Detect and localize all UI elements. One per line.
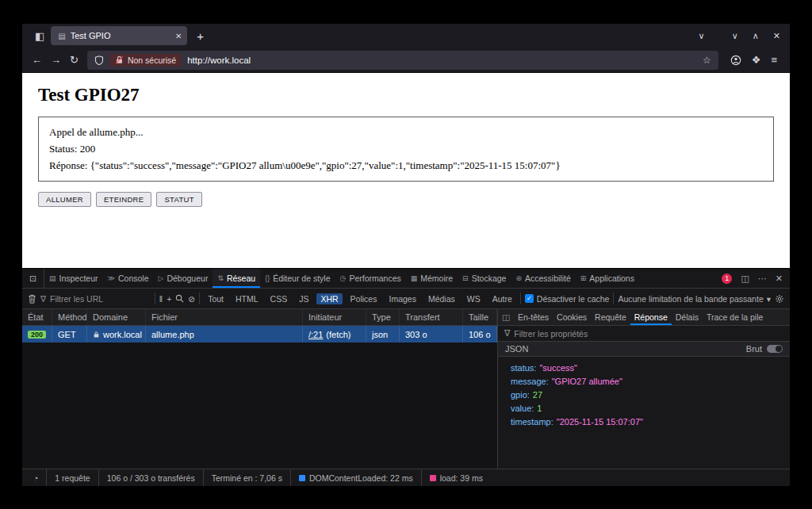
request-initiator-link[interactable]: /:21 xyxy=(308,330,323,339)
tab-memory[interactable]: ▦Mémoire xyxy=(406,269,458,288)
tab-network[interactable]: ⇅Réseau xyxy=(213,269,260,288)
request-row[interactable]: 200 GET work.local allume.php /:21 (fetc… xyxy=(22,326,497,343)
shield-icon[interactable] xyxy=(94,55,104,65)
tab-timings[interactable]: Délais xyxy=(672,309,703,325)
search-icon[interactable] xyxy=(175,294,184,303)
column-transferred[interactable]: Transfert xyxy=(400,309,463,325)
dom-content-loaded-stat[interactable]: DOMContentLoaded: 22 ms xyxy=(290,469,421,486)
column-method[interactable]: Méthode xyxy=(52,309,87,325)
disable-cache-checkbox[interactable]: ✓ Désactiver le cache xyxy=(525,294,610,304)
tab-request[interactable]: Requête xyxy=(591,309,630,325)
performance-icon: ◷ xyxy=(340,274,347,282)
list-all-tabs-icon[interactable]: ∨ xyxy=(699,31,705,41)
clear-requests-icon[interactable] xyxy=(28,294,36,304)
reload-button[interactable]: ↻ xyxy=(70,54,79,66)
pause-requests-icon[interactable]: ‖ xyxy=(159,294,163,304)
json-properties: status:"success" message:"GPIO27 allumée… xyxy=(498,357,790,469)
filter-all[interactable]: Tout xyxy=(204,293,228,304)
window-maximize-icon[interactable]: ∧ xyxy=(753,31,759,41)
filter-media[interactable]: Médias xyxy=(424,293,459,304)
tab-applications[interactable]: ⊞Applications xyxy=(576,269,639,288)
json-property[interactable]: status:"success" xyxy=(498,362,790,375)
filter-xhr[interactable]: XHR xyxy=(316,293,342,304)
network-icon: ⇅ xyxy=(217,274,224,282)
firefox-view-icon[interactable]: ◧ xyxy=(35,30,44,42)
back-button[interactable]: ← xyxy=(32,54,42,66)
devtools-menu-icon[interactable]: ⋯ xyxy=(758,274,767,284)
properties-filter[interactable]: ∇ xyxy=(498,326,790,342)
filter-ws[interactable]: WS xyxy=(463,293,485,304)
network-settings-gear-icon[interactable] xyxy=(775,294,784,304)
url-text[interactable]: http://work.local xyxy=(187,55,251,65)
request-type: json xyxy=(366,326,400,343)
pick-element-icon[interactable]: ⊡ xyxy=(22,269,44,288)
filter-html[interactable]: HTML xyxy=(232,293,262,304)
column-file[interactable]: Fichier xyxy=(146,309,303,325)
window-minimize-icon[interactable]: ∨ xyxy=(732,31,738,41)
tab-title: Test GPIO xyxy=(71,31,170,40)
tab-headers[interactable]: En-têtes xyxy=(514,309,553,325)
raw-toggle-switch[interactable] xyxy=(767,345,783,353)
json-property[interactable]: timestamp:"2025-11-15 15:07:07" xyxy=(498,415,790,429)
filter-other[interactable]: Autre xyxy=(488,293,516,304)
tab-inspector[interactable]: ▤Inspecteur xyxy=(44,269,103,288)
filter-js[interactable]: JS xyxy=(295,293,312,304)
url-filter[interactable]: ∇ xyxy=(40,294,151,304)
allumer-button[interactable]: ALLUMER xyxy=(38,192,91,207)
json-key: status: xyxy=(511,363,536,373)
split-panel-icon[interactable]: ◫ xyxy=(498,309,514,325)
json-section-header[interactable]: JSON Brut xyxy=(498,342,790,357)
json-property[interactable]: message:"GPIO27 allumée" xyxy=(498,375,790,388)
browser-window: ◧ ▤ Test GPIO ✕ + ∨ ∨ ∧ ✕ ← → ↻ xyxy=(22,24,790,486)
load-stat[interactable]: load: 39 ms xyxy=(421,469,491,486)
statut-button[interactable]: STATUT xyxy=(156,192,201,207)
url-bar[interactable]: Non sécurisé http://work.local ☆ xyxy=(87,51,718,70)
block-request-icon[interactable]: ⊘ xyxy=(188,294,195,304)
extensions-icon[interactable]: ❖ xyxy=(752,54,761,66)
responsive-mode-icon[interactable]: ◫ xyxy=(741,274,749,284)
forward-button[interactable]: → xyxy=(51,54,61,66)
column-status[interactable]: État xyxy=(22,309,52,325)
new-tab-button[interactable]: + xyxy=(197,29,204,43)
chevron-down-icon: ▾ xyxy=(767,294,771,304)
tab-cookies[interactable]: Cookies xyxy=(553,309,591,325)
tab-accessibility[interactable]: ⊛Accessibilité xyxy=(511,269,575,288)
tab-stack-trace[interactable]: Trace de la pile xyxy=(703,309,767,325)
tab-response[interactable]: Réponse xyxy=(630,309,672,325)
url-filter-input[interactable] xyxy=(50,294,151,304)
column-type[interactable]: Type xyxy=(366,309,400,325)
properties-filter-input[interactable] xyxy=(514,329,783,339)
tab-performance[interactable]: ◷Performances xyxy=(335,269,406,288)
account-icon[interactable] xyxy=(730,55,741,66)
filter-css[interactable]: CSS xyxy=(266,293,292,304)
json-key: gpio: xyxy=(511,390,530,400)
json-key: value: xyxy=(511,404,534,413)
window-controls: ∨ ∧ ✕ xyxy=(732,31,780,41)
filter-fonts[interactable]: Polices xyxy=(347,293,381,304)
column-initiator[interactable]: Initiateur xyxy=(303,309,366,325)
security-badge[interactable]: Non sécurisé xyxy=(109,54,182,67)
tab-close-icon[interactable]: ✕ xyxy=(175,32,182,40)
devtools-close-icon[interactable]: ✕ xyxy=(776,274,783,284)
tab-style-editor[interactable]: {}Éditeur de style xyxy=(260,269,335,288)
menu-icon[interactable]: ≡ xyxy=(771,54,777,66)
raw-toggle[interactable]: Brut xyxy=(746,344,783,354)
window-close-icon[interactable]: ✕ xyxy=(773,31,780,41)
tab-storage[interactable]: ⊟Stockage xyxy=(458,269,511,288)
add-request-icon[interactable]: + xyxy=(167,294,171,304)
tab-console[interactable]: ≫Console xyxy=(103,269,154,288)
bookmark-star-icon[interactable]: ☆ xyxy=(703,55,711,66)
throttling-select[interactable]: Aucune limitation de la bande passante ▾ xyxy=(618,294,771,304)
column-domain[interactable]: Domaine xyxy=(87,309,146,325)
json-property[interactable]: gpio:27 xyxy=(498,388,790,402)
tab-debugger[interactable]: ▷Débogueur xyxy=(154,269,213,288)
devtools-toolbar: ⊡ ▤Inspecteur ≫Console ▷Débogueur ⇅Résea… xyxy=(22,269,790,289)
filter-images[interactable]: Images xyxy=(385,293,419,304)
error-count-badge[interactable]: 1 xyxy=(722,274,732,284)
eteindre-button[interactable]: ETEINDRE xyxy=(96,192,151,207)
details-tabs: ◫ En-têtes Cookies Requête Réponse Délai… xyxy=(498,309,790,326)
column-size[interactable]: Taille xyxy=(463,309,497,325)
json-property[interactable]: value:1 xyxy=(498,402,790,415)
memory-icon: ▦ xyxy=(411,274,418,282)
browser-tab[interactable]: ▤ Test GPIO ✕ xyxy=(51,26,187,45)
